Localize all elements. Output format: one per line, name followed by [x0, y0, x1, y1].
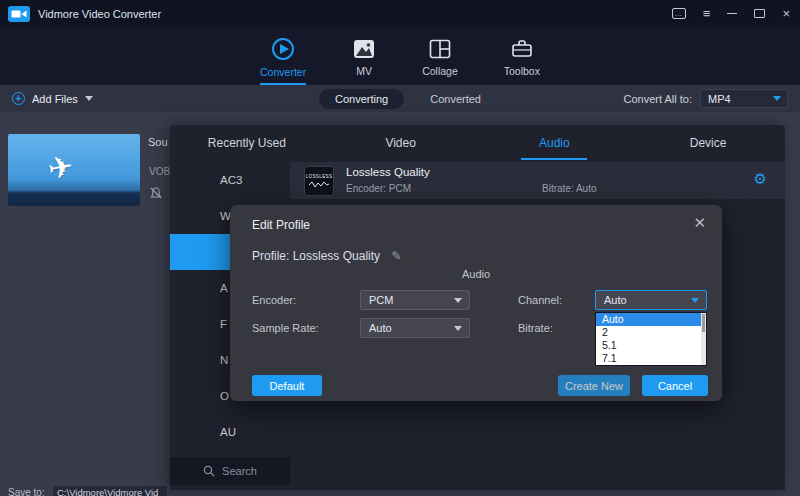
convert-all-label: Convert All to: — [624, 93, 692, 105]
app-logo-icon — [8, 6, 30, 22]
encoder-value: PCM — [369, 294, 393, 306]
airplane-image: ✈ — [45, 148, 76, 187]
media-format-text: VOB — [149, 166, 170, 177]
bitrate-label: Bitrate: — [518, 318, 553, 338]
save-to-label: Save to: — [8, 487, 45, 496]
profile-bitrate: Bitrate: Auto — [542, 183, 596, 194]
gear-icon[interactable]: ⚙ — [754, 171, 767, 186]
channel-option-5-1[interactable]: 5.1 — [596, 339, 706, 352]
lossless-badge-icon: LOSSLESS — [304, 166, 334, 196]
search-icon — [203, 465, 215, 477]
tab-recently-used[interactable]: Recently Used — [170, 125, 324, 161]
chevron-down-icon — [773, 96, 781, 101]
channel-select[interactable]: Auto — [595, 290, 707, 310]
profile-row[interactable]: LOSSLESS Lossless Quality Encoder: PCM B… — [290, 162, 785, 199]
tab-collage-label: Collage — [422, 65, 458, 77]
maximize-icon[interactable] — [754, 9, 765, 18]
tab-audio[interactable]: Audio — [478, 125, 632, 161]
profile-encoder: Encoder: PCM — [346, 183, 411, 194]
media-source-text: Sou — [148, 136, 168, 148]
video-thumbnail[interactable]: ✈ — [8, 134, 140, 206]
default-button[interactable]: Default — [252, 375, 322, 396]
converter-play-icon — [270, 36, 296, 62]
mv-image-icon — [352, 37, 376, 61]
profile-name: Lossless Quality — [346, 166, 430, 178]
channel-option-auto[interactable]: Auto — [596, 313, 706, 326]
chevron-down-icon — [454, 326, 462, 331]
format-panel-tabs: Recently Used Video Audio Device — [170, 125, 785, 161]
toolbar: + Add Files Converting Converted Convert… — [0, 85, 800, 112]
tab-converter-label: Converter — [260, 66, 306, 78]
create-new-button[interactable]: Create New — [558, 375, 630, 396]
output-format-value: MP4 — [708, 93, 731, 105]
channel-label: Channel: — [518, 290, 562, 310]
feedback-icon[interactable]: … — [672, 8, 686, 19]
minimize-icon[interactable] — [727, 13, 737, 14]
sample-rate-value: Auto — [369, 322, 392, 334]
close-icon[interactable]: × — [782, 7, 790, 20]
save-path-field[interactable]: C:\Vidmore\Vidmore Vid — [52, 485, 168, 496]
audio-section-title: Audio — [230, 268, 722, 280]
tab-collage[interactable]: Collage — [422, 37, 458, 77]
channel-value: Auto — [604, 294, 627, 306]
encoder-select[interactable]: PCM — [360, 290, 470, 310]
channel-dropdown-list: Auto 2 5.1 7.1 — [595, 312, 707, 366]
tab-mv-label: MV — [356, 65, 372, 77]
mute-bell-icon[interactable] — [149, 186, 163, 202]
channel-option-2[interactable]: 2 — [596, 326, 706, 339]
window-controls: … ≡ × — [672, 0, 790, 27]
search-label: Search — [222, 465, 257, 477]
cancel-button[interactable]: Cancel — [642, 375, 708, 396]
dialog-close-icon[interactable]: ✕ — [693, 214, 706, 232]
channel-option-7-1[interactable]: 7.1 — [596, 352, 706, 365]
sidebar-item-au[interactable]: AU — [170, 414, 290, 450]
sample-rate-select[interactable]: Auto — [360, 318, 470, 338]
tab-converting[interactable]: Converting — [319, 89, 404, 109]
tab-converter[interactable]: Converter — [260, 36, 306, 78]
profile-label-text: Profile: Lossless Quality — [252, 249, 380, 263]
sample-rate-label: Sample Rate: — [252, 318, 319, 338]
tab-device[interactable]: Device — [631, 125, 785, 161]
tab-converted[interactable]: Converted — [430, 93, 481, 105]
lossless-badge-text: LOSSLESS — [305, 174, 333, 179]
tab-toolbox[interactable]: Toolbox — [504, 37, 540, 77]
output-format-select[interactable]: MP4 — [700, 89, 788, 108]
dropdown-scrollbar[interactable] — [701, 313, 706, 365]
search-bar[interactable]: Search — [170, 457, 290, 485]
encoder-label: Encoder: — [252, 290, 296, 310]
menu-icon[interactable]: ≡ — [703, 7, 711, 20]
toolbox-briefcase-icon — [510, 37, 534, 61]
convert-all-group: Convert All to: MP4 — [624, 85, 788, 112]
tab-video[interactable]: Video — [324, 125, 478, 161]
edit-pencil-icon[interactable]: ✎ — [391, 249, 401, 263]
collage-grid-icon — [428, 37, 452, 61]
tab-mv[interactable]: MV — [352, 37, 376, 77]
dialog-profile-label: Profile: Lossless Quality ✎ — [252, 249, 401, 263]
sidebar-item-ac3[interactable]: AC3 — [170, 162, 290, 198]
app-title: Vidmore Video Converter — [38, 8, 161, 20]
chevron-down-icon — [454, 298, 462, 303]
main-nav: Converter MV Collage Toolbox — [0, 27, 800, 85]
titlebar: Vidmore Video Converter … ≡ × — [0, 0, 800, 27]
dialog-title: Edit Profile — [252, 218, 310, 232]
edit-profile-dialog: Edit Profile ✕ Profile: Lossless Quality… — [230, 205, 722, 401]
tab-toolbox-label: Toolbox — [504, 65, 540, 77]
waveform-icon — [308, 180, 330, 189]
chevron-down-icon — [691, 298, 699, 303]
